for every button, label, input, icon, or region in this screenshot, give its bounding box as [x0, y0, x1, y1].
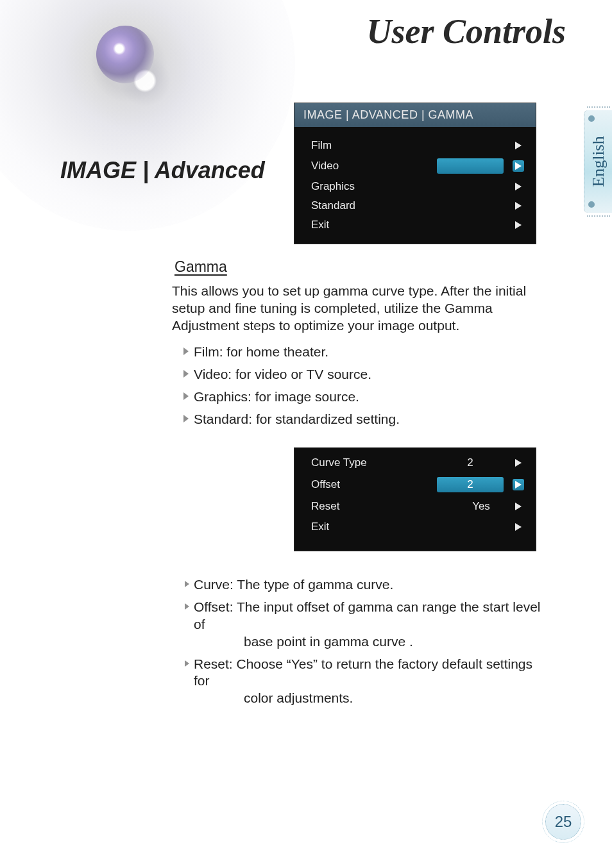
osd-item-offset[interactable]: Offset 2 — [294, 474, 536, 496]
chevron-right-icon — [513, 219, 524, 231]
osd-item-label: Exit — [311, 219, 329, 231]
gamma-intro: This allows you to set up gamma curve ty… — [172, 283, 550, 335]
page-banner: User Controls — [0, 0, 612, 83]
bullet-standard: Standard: for standardized setting. — [172, 408, 550, 431]
osd-gamma-adjust-menu: Curve Type 2 Offset 2 Reset Yes Exit — [294, 447, 536, 551]
svg-marker-4 — [515, 221, 522, 229]
osd-item-reset[interactable]: Reset Yes — [294, 496, 536, 517]
chevron-right-icon — [513, 140, 524, 151]
gamma-details: Curve: The type of gamma curve. Offset: … — [172, 574, 550, 710]
page-number-badge: 25 — [545, 804, 581, 840]
section-heading: IMAGE | Advanced — [60, 157, 265, 184]
chevron-right-icon — [513, 501, 524, 512]
bullet-graphics: Graphics: for image source. — [172, 386, 550, 408]
bullet-reset: Reset: Choose “Yes” to return the factor… — [172, 653, 550, 710]
osd-item-label: Video — [311, 160, 339, 172]
svg-marker-1 — [515, 162, 522, 170]
osd-item-film[interactable]: Film — [294, 136, 536, 155]
osd-item-label: Graphics — [311, 180, 355, 193]
language-tab: English — [584, 110, 612, 213]
bullet-video: Video: for video or TV source. — [172, 363, 550, 386]
bullet-offset: Offset: The input offset of gamma can ra… — [172, 596, 550, 653]
osd-item-label: Exit — [311, 521, 329, 533]
svg-marker-7 — [515, 503, 522, 510]
gamma-section: Gamma This allows you to set up gamma cu… — [172, 258, 550, 431]
chevron-right-icon — [513, 200, 524, 212]
osd-item-label: Standard — [311, 199, 355, 212]
page-number: 25 — [555, 813, 572, 831]
svg-marker-0 — [515, 142, 522, 149]
lens-graphic — [0, 0, 295, 231]
osd-item-curve-type[interactable]: Curve Type 2 — [294, 452, 536, 474]
chevron-right-icon — [513, 521, 524, 533]
osd-item-exit2[interactable]: Exit — [294, 517, 536, 537]
osd-item-label: Reset — [311, 500, 339, 513]
osd-gamma-menu: IMAGE | ADVANCED | GAMMA Film Video Grap… — [294, 103, 536, 244]
osd-item-value: 2 — [437, 477, 504, 492]
osd-item-label: Curve Type — [311, 456, 367, 469]
osd-item-video[interactable]: Video — [294, 155, 536, 177]
osd-item-label: Offset — [311, 478, 340, 491]
banner-title: User Controls — [366, 12, 566, 51]
gamma-bullet-list: Film: for home theater. Video: for video… — [172, 341, 550, 431]
svg-marker-6 — [515, 481, 522, 488]
gamma-heading: Gamma — [172, 258, 550, 276]
osd-header: IMAGE | ADVANCED | GAMMA — [294, 103, 536, 127]
osd-item-standard[interactable]: Standard — [294, 196, 536, 215]
osd-item-graphics[interactable]: Graphics — [294, 177, 536, 196]
svg-marker-8 — [515, 523, 522, 531]
osd-item-value: Yes — [459, 499, 504, 514]
chevron-right-icon — [513, 181, 524, 192]
chevron-right-icon — [513, 160, 524, 172]
language-tab-label: English — [589, 136, 608, 187]
osd-item-exit[interactable]: Exit — [294, 215, 536, 235]
osd-item-label: Film — [311, 139, 332, 152]
osd-item-value: 2 — [437, 455, 504, 471]
osd-selection-highlight — [437, 158, 504, 174]
bullet-film: Film: for home theater. — [172, 341, 550, 363]
svg-marker-5 — [515, 459, 522, 467]
bullet-curve: Curve: The type of gamma curve. — [172, 574, 550, 596]
svg-marker-2 — [515, 183, 522, 190]
svg-marker-3 — [515, 202, 522, 210]
chevron-right-icon — [513, 457, 524, 469]
chevron-right-icon — [513, 479, 524, 490]
